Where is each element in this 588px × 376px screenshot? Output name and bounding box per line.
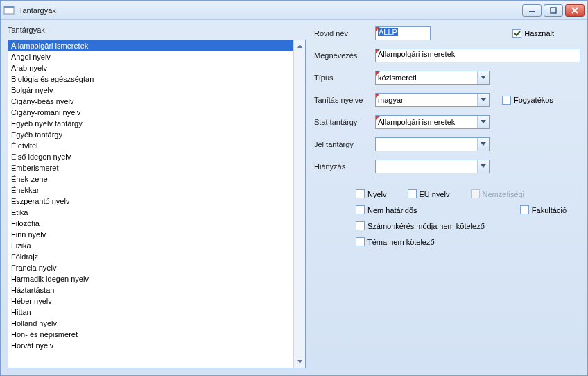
svg-marker-6: [297, 44, 302, 48]
scroll-up-button[interactable]: [295, 42, 304, 51]
svg-rect-1: [4, 6, 14, 8]
scrollbar[interactable]: [293, 40, 305, 368]
jel-tantargy-label: Jel tantárgy: [314, 140, 370, 148]
hianyzas-combo[interactable]: [375, 160, 490, 173]
svg-marker-12: [481, 164, 486, 168]
list-item[interactable]: Francia nyelv: [8, 262, 293, 273]
list-item[interactable]: Földrajz: [8, 251, 293, 262]
maximize-button[interactable]: [544, 4, 563, 17]
nyelv-checkbox[interactable]: Nyelv: [356, 189, 387, 198]
app-icon: [3, 5, 15, 16]
content-area: Tantárgyak Állampolgári ismeretekAngol n…: [1, 20, 587, 375]
list-item[interactable]: Cigány-romani nyelv: [8, 107, 293, 118]
list-item[interactable]: Holland nyelv: [8, 318, 293, 329]
svg-marker-7: [297, 360, 302, 364]
tanitas-nyelve-label: Tanítás nyelve: [314, 96, 370, 104]
nemzetisegi-checkbox: Nemzetiségi: [471, 189, 525, 198]
list-item[interactable]: Emberismeret: [8, 162, 293, 173]
list-item[interactable]: Fizika: [8, 240, 293, 251]
hasznalt-checkbox[interactable]: Használt: [512, 29, 554, 38]
chevron-down-icon[interactable]: [477, 94, 489, 106]
scroll-down-button[interactable]: [295, 357, 304, 366]
list-item[interactable]: Harmadik idegen nyelv: [8, 273, 293, 284]
left-panel: Tantárgyak Állampolgári ismeretekAngol n…: [8, 26, 306, 368]
subject-listbox[interactable]: Állampolgári ismeretekAngol nyelvArab ny…: [8, 40, 306, 368]
list-item[interactable]: Angol nyelv: [8, 51, 293, 62]
jel-tantargy-combo[interactable]: [375, 137, 490, 151]
svg-marker-8: [481, 76, 486, 79]
megnevezes-label: Megnevezés: [314, 51, 370, 60]
list-item[interactable]: Hon- és népismeret: [8, 329, 293, 340]
list-item[interactable]: Etika: [8, 207, 293, 218]
svg-marker-11: [481, 142, 486, 146]
list-item[interactable]: Héber nyelv: [8, 296, 293, 307]
list-item[interactable]: Eszperantó nyelv: [8, 196, 293, 207]
svg-marker-9: [481, 98, 486, 101]
chevron-down-icon[interactable]: [477, 160, 489, 173]
tema-checkbox[interactable]: Téma nem kötelező: [356, 237, 435, 246]
list-item[interactable]: Cigány-beás nyelv: [8, 96, 293, 107]
list-item[interactable]: Háztartástan: [8, 284, 293, 296]
stat-tantargy-combo[interactable]: Állampolgári ismeretek: [375, 115, 490, 129]
list-item[interactable]: Egyéb tantárgy: [8, 129, 293, 140]
list-item[interactable]: Első idegen nyelv: [8, 151, 293, 162]
minimize-button[interactable]: [522, 4, 542, 17]
chevron-down-icon[interactable]: [477, 116, 489, 128]
chevron-down-icon[interactable]: [477, 138, 489, 151]
list-item[interactable]: Énekkar: [8, 185, 293, 196]
window-title: Tantárgyak: [19, 6, 56, 15]
list-item[interactable]: Arab nyelv: [8, 62, 293, 74]
fakultacio-checkbox[interactable]: Fakultáció: [520, 205, 567, 214]
window: Tantárgyak Tantárgyak Állampolgári ismer…: [0, 0, 588, 376]
list-item[interactable]: Bolgár nyelv: [8, 85, 293, 96]
chevron-down-icon[interactable]: [477, 71, 489, 84]
hianyzas-label: Hiányzás: [314, 162, 370, 171]
tipus-combo[interactable]: közismereti: [375, 71, 490, 85]
tanitas-nyelve-combo[interactable]: magyar: [375, 93, 490, 107]
rovid-nev-input[interactable]: ÁLLP: [375, 26, 431, 40]
rovid-nev-label: Rövid név: [314, 29, 370, 37]
svg-rect-3: [551, 8, 556, 13]
list-item[interactable]: Filozófia: [8, 218, 293, 229]
stat-tantargy-label: Stat tantárgy: [314, 118, 370, 126]
list-item[interactable]: Életvitel: [8, 140, 293, 151]
list-item[interactable]: Egyéb nyelv tantárgy: [8, 118, 293, 129]
window-controls: [522, 4, 585, 17]
svg-marker-10: [481, 120, 486, 123]
list-item[interactable]: Ének-zene: [8, 173, 293, 185]
list-item[interactable]: Finn nyelv: [8, 229, 293, 240]
details-panel: Rövid név ÁLLP Használt Megnevezés Állam…: [314, 26, 580, 368]
megnevezes-input[interactable]: Állampolgári ismeretek: [375, 49, 580, 62]
fogyatekos-checkbox[interactable]: Fogyatékos: [502, 96, 553, 105]
szamonkeres-checkbox[interactable]: Számonkérés módja nem kötelező: [356, 221, 485, 230]
tipus-label: Típus: [314, 74, 370, 82]
eu-nyelv-checkbox[interactable]: EU nyelv: [408, 189, 450, 198]
list-item[interactable]: Horvát nyelv: [8, 340, 293, 351]
close-button[interactable]: [565, 4, 585, 17]
list-item[interactable]: Hittan: [8, 307, 293, 318]
list-label: Tantárgyak: [8, 26, 306, 34]
titlebar: Tantárgyak: [1, 1, 587, 20]
list-item[interactable]: Állampolgári ismeretek: [8, 40, 293, 51]
list-item[interactable]: Biológia és egészségtan: [8, 74, 293, 85]
nem-hataridos-checkbox[interactable]: Nem határidős: [356, 205, 417, 214]
